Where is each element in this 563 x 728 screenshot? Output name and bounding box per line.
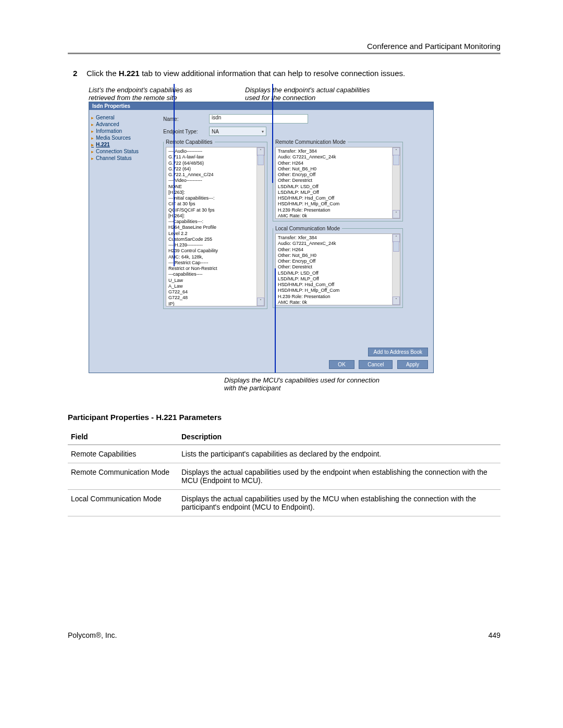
dialog-title: Isdn Properties	[89, 102, 433, 110]
nav-item-label: Media Sources	[96, 135, 131, 141]
remote-capabilities-text: ----Audio---------- G.711 A-law/-law G.7…	[168, 149, 262, 306]
step-text: Click the H.221 tab to view additional i…	[87, 69, 405, 78]
indicator-line	[275, 268, 276, 373]
remote-capabilities-legend: Remote Capabilities	[164, 139, 215, 145]
nav-item-label: Connection Status	[96, 149, 139, 154]
desc-cell: Lists the participant's capabilities as …	[178, 445, 500, 463]
field-cell: Remote Communication Mode	[68, 463, 178, 490]
endpoint-type-value: NA	[212, 129, 219, 134]
local-comm-mode-list[interactable]: Transfer: Xfer_384 Audio: G7221_AnnexC_2…	[275, 233, 400, 305]
remote-comm-mode-text: Transfer: Xfer_384 Audio: G7221_AnnexC_2…	[278, 149, 398, 219]
step-prefix: Click the	[87, 69, 119, 78]
endpoint-type-select[interactable]: NA ▾	[209, 127, 266, 136]
indicator-line	[174, 84, 175, 266]
nav-item-media-sources[interactable]: ▸Media Sources	[91, 134, 159, 141]
nav-item-advanced[interactable]: ▸Advanced	[91, 121, 159, 128]
ok-button[interactable]: OK	[329, 360, 354, 369]
arrow-icon: ▸	[91, 149, 94, 154]
scrollbar[interactable]: ˄ ˅	[256, 147, 264, 306]
name-label: Name:	[163, 116, 205, 122]
desc-cell: Displays the actual capabilities used by…	[178, 490, 500, 516]
scrollbar[interactable]: ˄ ˅	[392, 234, 400, 305]
remote-comm-mode-list[interactable]: Transfer: Xfer_384 Audio: G7221_AnnexC_2…	[275, 147, 400, 219]
divider	[68, 53, 500, 54]
step-bold: H.221	[119, 69, 140, 78]
param-table-title: Participant Properties - H.221 Parameter…	[68, 413, 500, 422]
isdn-properties-dialog: Isdn Properties ▸General▸Advanced▸Inform…	[89, 102, 434, 373]
remote-capabilities-box: Remote Capabilities ----Audio---------- …	[163, 139, 267, 309]
local-comm-mode-text: Transfer: Xfer_384 Audio: G7221_AnnexC_2…	[278, 235, 398, 305]
field-cell: Remote Capabilities	[68, 445, 178, 463]
col-field-header: Field	[68, 429, 178, 445]
desc-cell: Displays the actual capabilities used by…	[178, 463, 500, 490]
param-table: Field Description Remote CapabilitiesLis…	[68, 429, 500, 516]
local-comm-mode-legend: Local Communication Mode	[273, 226, 342, 231]
dialog-nav: ▸General▸Advanced▸Information▸Media Sour…	[89, 110, 161, 344]
footer-left: Polycom®, Inc.	[68, 631, 117, 639]
nav-item-label: Advanced	[96, 121, 119, 127]
arrow-icon: ▸	[91, 156, 94, 161]
remote-capabilities-list[interactable]: ----Audio---------- G.711 A-law/-law G.7…	[166, 147, 265, 306]
add-to-address-book-button[interactable]: Add to Address Book	[368, 348, 428, 356]
nav-item-information[interactable]: ▸Information	[91, 128, 159, 134]
name-input[interactable]: isdn	[209, 114, 308, 124]
scroll-down-icon[interactable]: ˅	[257, 298, 264, 306]
col-desc-header: Description	[178, 429, 500, 445]
arrow-icon: ▸	[91, 142, 94, 147]
apply-button[interactable]: Apply	[397, 360, 428, 369]
nav-item-label: Information	[96, 128, 122, 134]
nav-item-general[interactable]: ▸General	[91, 114, 159, 121]
table-row: Local Communication ModeDisplays the act…	[68, 490, 500, 516]
scrollbar[interactable]: ˄ ˅	[392, 147, 400, 218]
remote-comm-mode-legend: Remote Communication Mode	[273, 139, 348, 145]
nav-item-label: Channel Status	[96, 155, 131, 161]
footer-page-number: 449	[488, 631, 500, 639]
arrow-icon: ▸	[91, 129, 94, 134]
step-instruction: 2 Click the H.221 tab to view additional…	[73, 69, 500, 78]
table-row: Remote Communication ModeDisplays the ac…	[68, 463, 500, 490]
annotation-remote-caps: List's the endpoint's capabilities as re…	[89, 86, 214, 102]
arrow-icon: ▸	[91, 122, 94, 127]
local-comm-mode-box: Local Communication Mode Transfer: Xfer_…	[273, 226, 403, 308]
table-row: Remote CapabilitiesLists the participant…	[68, 445, 500, 463]
scroll-down-icon[interactable]: ˅	[393, 297, 400, 305]
chevron-down-icon: ▾	[262, 129, 264, 134]
indicator-line	[272, 84, 273, 183]
cancel-button[interactable]: Cancel	[359, 360, 393, 369]
page-header: Conference and Participant Monitoring	[68, 42, 500, 51]
nav-item-connection-status[interactable]: ▸Connection Status	[91, 148, 159, 155]
arrow-icon: ▸	[91, 115, 94, 120]
annotation-local-comm: Displays the MCU's capabilities used for…	[224, 376, 391, 392]
step-suffix: tab to view additional information that …	[140, 69, 405, 78]
nav-item-label: General	[96, 115, 115, 120]
annotation-remote-comm: Displays the endpoint's actual capabilit…	[245, 86, 381, 102]
arrow-icon: ▸	[91, 135, 94, 141]
endpoint-type-label: Endpoint Type:	[163, 129, 205, 134]
remote-comm-mode-box: Remote Communication Mode Transfer: Xfer…	[273, 139, 403, 221]
field-cell: Local Communication Mode	[68, 490, 178, 516]
nav-item-h-221[interactable]: ▸H.221	[91, 141, 159, 148]
scroll-down-icon[interactable]: ˅	[393, 210, 400, 218]
step-number: 2	[73, 69, 80, 78]
nav-item-channel-status[interactable]: ▸Channel Status	[91, 155, 159, 162]
nav-item-label: H.221	[96, 142, 110, 147]
